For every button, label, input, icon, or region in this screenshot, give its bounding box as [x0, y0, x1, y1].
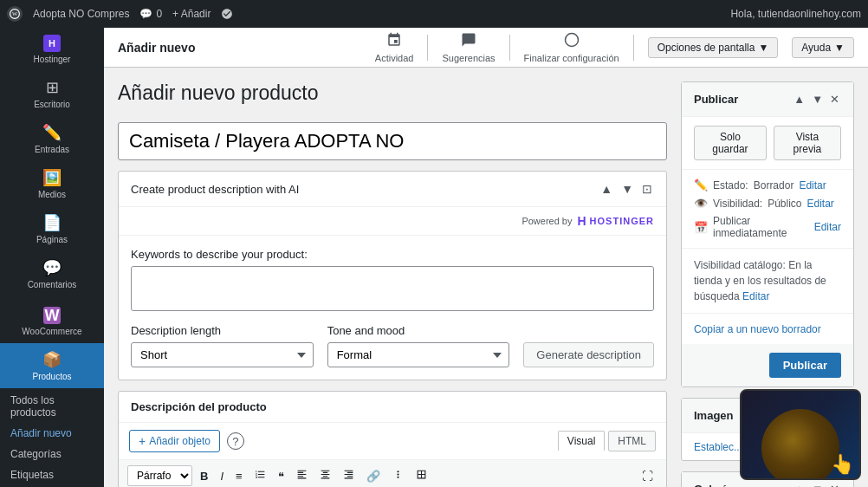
sidebar-item-medios[interactable]: 🖼️ Medios	[0, 161, 104, 206]
secondary-nav-actions: Actividad Sugerencias Finalizar configur…	[375, 32, 854, 63]
number-btn[interactable]	[250, 466, 270, 485]
publish-btn[interactable]: Publicar	[769, 353, 841, 378]
video-gesture-icon: 👆	[831, 453, 854, 476]
sidebar-item-entradas[interactable]: ✏️ Entradas	[0, 116, 104, 161]
hostinger-h-icon: H	[577, 214, 586, 228]
submenu-categorias[interactable]: Categorías	[0, 444, 104, 464]
visibility-edit-link[interactable]: Editar	[807, 198, 834, 210]
sidebar-item-paginas[interactable]: 📄 Páginas	[0, 206, 104, 251]
submenu-etiquetas[interactable]: Etiquetas	[0, 464, 104, 485]
desc-add-toolbar: + Añadir objeto ? Visual HTML	[119, 423, 666, 460]
gallery-title: Galería	[694, 483, 732, 487]
gallery-close-btn[interactable]: ✕	[828, 481, 841, 487]
format-select[interactable]: Párrafo Título 1 Título 2	[127, 465, 192, 486]
sidebar-label-comentarios: Comentarios	[28, 280, 77, 289]
tone-select[interactable]: Formal Casual Friendly Professional	[327, 342, 510, 367]
preview-btn[interactable]: Vista previa	[774, 126, 841, 160]
ai-row: Description length Short Medium Long Ton…	[131, 324, 654, 367]
bullet-btn[interactable]: ≡	[231, 467, 247, 485]
nav-sep-3	[633, 35, 634, 61]
ai-collapse-down-btn[interactable]: ▼	[619, 180, 635, 198]
publish-down-btn[interactable]: ▼	[810, 91, 825, 107]
svg-point-2	[565, 33, 578, 46]
finalize-icon	[564, 32, 580, 51]
status-icon: ✏️	[694, 179, 708, 192]
suggestions-icon	[461, 32, 476, 51]
gallery-header-controls: ▲ ▼ ✕	[792, 481, 841, 487]
align-right-btn[interactable]	[339, 466, 359, 485]
secondary-nav: Añadir nuevo Actividad Sugerencias	[104, 28, 868, 68]
submenu-todos[interactable]: Todos los productos	[0, 390, 104, 423]
comments-item[interactable]: 💬 0	[139, 8, 162, 20]
screen-options-btn[interactable]: Opciones de pantalla ▼	[648, 37, 779, 58]
sidebar-item-hostinger[interactable]: H Hostinger	[0, 28, 104, 71]
desc-section: Descripción del producto + Añadir objeto…	[118, 391, 667, 487]
table-btn[interactable]	[411, 466, 431, 485]
ai-expand-btn[interactable]: ⊡	[640, 180, 654, 198]
visual-tab[interactable]: Visual	[558, 431, 605, 451]
activity-item[interactable]: Actividad	[375, 32, 414, 63]
help-label: Ayuda	[801, 42, 831, 54]
bold-btn[interactable]: B	[196, 467, 212, 485]
sidebar-item-comentarios[interactable]: 💬 Comentarios	[0, 251, 104, 296]
nav-sep-2	[509, 35, 510, 61]
publish-title: Publicar	[694, 93, 738, 106]
gallery-up-btn[interactable]: ▲	[792, 481, 806, 487]
screen-options-label: Opciones de pantalla	[657, 42, 755, 54]
desc-length-select[interactable]: Short Medium Long	[131, 342, 314, 367]
sidebar-item-escritorio[interactable]: ⊞ Escritorio	[0, 71, 104, 116]
add-object-btn[interactable]: + Añadir objeto	[129, 430, 220, 452]
activity-label: Actividad	[375, 53, 414, 63]
set-image-link[interactable]: Establec...	[694, 441, 742, 453]
calendar-icon: 📅	[694, 221, 708, 234]
publish-time-edit-link[interactable]: Editar	[814, 221, 841, 233]
help-btn[interactable]: Ayuda ▼	[792, 37, 854, 58]
woocommerce-icon: W	[43, 307, 61, 324]
wp-logo[interactable]: W	[7, 6, 23, 22]
status-edit-link[interactable]: Editar	[799, 179, 826, 192]
keywords-input[interactable]	[131, 266, 654, 311]
add-new-item[interactable]: + Añadir	[172, 8, 211, 20]
submenu-anadir[interactable]: Añadir nuevo	[0, 423, 104, 444]
main-column: Añadir nuevo producto Create product des…	[118, 81, 667, 473]
sidebar-label-productos: Productos	[32, 372, 71, 381]
sidebar-item-woocommerce[interactable]: W WooCommerce	[0, 300, 104, 343]
align-left-btn[interactable]	[292, 466, 312, 485]
image-title: Imagen	[694, 409, 734, 422]
gallery-down-btn[interactable]: ▼	[810, 481, 825, 487]
catalog-edit-link[interactable]: Editar	[742, 290, 769, 302]
performance-item[interactable]	[221, 8, 233, 20]
link-btn[interactable]: 🔗	[362, 467, 385, 485]
page-title: Añadir nuevo producto	[118, 81, 667, 105]
suggestions-item[interactable]: Sugerencias	[442, 32, 495, 63]
more-btn[interactable]	[388, 466, 408, 485]
solo-save-btn[interactable]: Solo guardar	[694, 126, 767, 160]
finalize-item[interactable]: Finalizar configuración	[524, 32, 619, 63]
sidebar-label-paginas: Páginas	[36, 235, 68, 244]
tone-label: Tone and mood	[327, 324, 510, 337]
svg-text:W: W	[12, 10, 18, 16]
desc-length-label: Description length	[131, 324, 314, 337]
publish-up-btn[interactable]: ▲	[792, 91, 806, 107]
generate-btn[interactable]: Generate description	[523, 342, 654, 367]
quote-btn[interactable]: ❝	[274, 467, 288, 485]
fullscreen-btn[interactable]: ⛶	[638, 467, 657, 485]
desc-length-field: Description length Short Medium Long	[131, 324, 314, 367]
sidebar-label-escritorio: Escritorio	[34, 100, 70, 109]
ai-collapse-up-btn[interactable]: ▲	[599, 180, 614, 198]
tone-field: Tone and mood Formal Casual Friendly Pro…	[327, 324, 510, 367]
product-title-input[interactable]	[118, 122, 667, 160]
site-name[interactable]: Adopta NO Compres	[33, 8, 129, 20]
escritorio-icon: ⊞	[46, 78, 59, 97]
sidebar-label-entradas: Entradas	[35, 145, 69, 154]
site-name-label: Adopta NO Compres	[33, 8, 129, 20]
copy-draft-link[interactable]: Copiar a un nuevo borrador	[694, 323, 821, 335]
sidebar-item-productos[interactable]: 📦 Productos	[0, 343, 104, 388]
italic-btn[interactable]: I	[216, 467, 228, 485]
align-center-btn[interactable]	[315, 466, 335, 485]
html-tab[interactable]: HTML	[608, 431, 656, 451]
publish-close-btn[interactable]: ✕	[828, 91, 841, 107]
ai-header-controls: ▲ ▼ ⊡	[599, 180, 654, 198]
suggestions-label: Sugerencias	[442, 53, 495, 63]
help-tooltip-btn[interactable]: ?	[227, 432, 244, 450]
